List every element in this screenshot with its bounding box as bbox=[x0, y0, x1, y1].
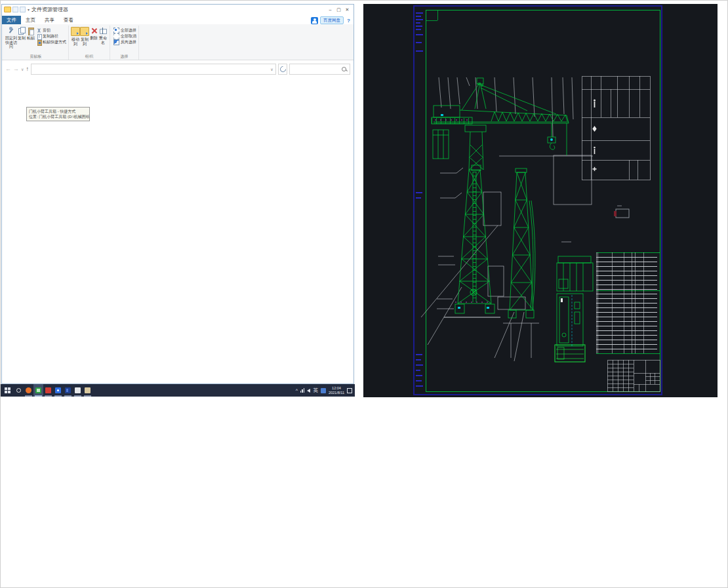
system-tray: ^ 英 12:04 2021/8/11 bbox=[296, 384, 355, 397]
refresh-icon bbox=[279, 65, 287, 73]
up-icon[interactable]: ↑ bbox=[26, 66, 29, 72]
quick-access-button-2[interactable] bbox=[20, 7, 26, 12]
paste-icon bbox=[27, 27, 35, 35]
select-none-icon bbox=[113, 33, 119, 39]
base-detail bbox=[555, 345, 585, 362]
shortcut-tooltip: 门机小臂工具箱 - 快捷方式 位置: 门机小臂工具箱 (D:\机械图纸\门机小臂… bbox=[26, 107, 90, 121]
tray-app-icon[interactable] bbox=[321, 388, 326, 393]
maximize-button[interactable]: ▢ bbox=[334, 5, 343, 14]
ribbon: 固定到快速访问 复制 粘贴 剪切 bbox=[2, 24, 354, 60]
desktop: ▾ 文件资源管理器 – ▢ ✕ 文件 主页 共享 查看 百度网盘 ? bbox=[0, 0, 728, 588]
taskbar-app-word[interactable] bbox=[63, 384, 73, 397]
taskbar-app-gray[interactable] bbox=[73, 384, 83, 397]
address-bar[interactable]: ∨ bbox=[31, 64, 276, 75]
select-group-label: 选择 bbox=[112, 54, 136, 60]
select-all-button[interactable]: 全部选择 bbox=[113, 28, 136, 33]
pin-to-quick-access-button[interactable]: 固定到快速访问 bbox=[5, 26, 17, 49]
tab-share[interactable]: 共享 bbox=[40, 16, 59, 24]
tab-home[interactable]: 主页 bbox=[21, 16, 40, 24]
ribbon-group-clipboard: 固定到快速访问 复制 粘贴 剪切 bbox=[3, 26, 69, 60]
netdisk-icon[interactable] bbox=[311, 17, 318, 24]
word-icon bbox=[65, 387, 71, 393]
copy-icon bbox=[18, 27, 26, 35]
forward-icon[interactable]: → bbox=[13, 66, 19, 72]
tooltip-line2: 位置: 门机小臂工具箱 (D:\机械图纸\门机小臂gqjngjx (3) bbox=[29, 114, 87, 119]
tooltip-line1: 门机小臂工具箱 - 快捷方式 bbox=[29, 109, 87, 114]
ime-indicator[interactable]: 英 bbox=[313, 387, 318, 394]
table-figure-glyphs bbox=[592, 100, 596, 171]
quick-access-button-1[interactable] bbox=[12, 7, 18, 12]
parts-list-table bbox=[596, 252, 660, 353]
blue-app-icon bbox=[55, 387, 61, 393]
close-button[interactable]: ✕ bbox=[343, 5, 352, 14]
cad-viewer[interactable] bbox=[363, 4, 718, 397]
cut-button[interactable]: 剪切 bbox=[37, 28, 66, 33]
taskbar-app-firefox[interactable] bbox=[24, 384, 33, 397]
copy-to-button[interactable]: 复制到 bbox=[80, 26, 89, 46]
tab-file[interactable]: 文件 bbox=[2, 16, 21, 24]
paste-shortcut-icon bbox=[37, 40, 41, 45]
volume-icon[interactable] bbox=[307, 389, 310, 393]
taskbar-app-blue[interactable] bbox=[53, 384, 63, 397]
paste-shortcut-button[interactable]: 粘贴快捷方式 bbox=[37, 39, 66, 45]
ribbon-group-organize: 移动到 复制到 删除 重命名 组织 bbox=[69, 26, 110, 60]
rename-button[interactable]: 重命名 bbox=[98, 26, 108, 45]
red-app-icon bbox=[45, 387, 51, 393]
netdisk-button[interactable]: 百度网盘 bbox=[320, 16, 344, 24]
refresh-button[interactable] bbox=[278, 64, 287, 75]
gray-app-icon bbox=[75, 387, 81, 393]
move-to-button[interactable]: 移动到 bbox=[71, 26, 80, 46]
titlebar[interactable]: ▾ 文件资源管理器 – ▢ ✕ bbox=[2, 5, 354, 14]
select-all-icon bbox=[113, 28, 119, 33]
title-block bbox=[607, 360, 660, 391]
delete-button[interactable]: 删除 bbox=[89, 26, 98, 41]
invert-selection-icon bbox=[113, 39, 119, 45]
ribbon-group-select: 全部选择 全部取消 反向选择 选择 bbox=[110, 26, 139, 60]
clock-date: 2021/8/11 bbox=[329, 391, 344, 395]
taskbar: ^ 英 12:04 2021/8/11 bbox=[1, 384, 355, 397]
select-none-button[interactable]: 全部取消 bbox=[113, 33, 136, 39]
margin-annotations bbox=[416, 12, 423, 387]
copy-path-button[interactable]: 复制路径 bbox=[37, 33, 66, 39]
taskbar-app-cad[interactable] bbox=[33, 384, 43, 397]
copy-to-icon bbox=[80, 27, 89, 36]
pin-icon bbox=[7, 27, 15, 35]
taskbar-app-search[interactable] bbox=[14, 384, 24, 397]
paste-button[interactable]: 粘贴 bbox=[26, 26, 35, 41]
taskbar-app-files[interactable] bbox=[83, 384, 92, 397]
window-controls: – ▢ ✕ bbox=[326, 5, 352, 14]
organize-group-label: 组织 bbox=[71, 54, 108, 60]
clipboard-group-label: 剪贴板 bbox=[5, 54, 66, 60]
network-icon[interactable] bbox=[300, 388, 305, 393]
minimize-button[interactable]: – bbox=[326, 5, 334, 14]
search-app-icon bbox=[16, 388, 21, 393]
action-center-icon[interactable] bbox=[347, 388, 352, 393]
firefox-icon bbox=[26, 387, 31, 393]
windows-logo-icon bbox=[5, 387, 10, 393]
parameter-table bbox=[582, 76, 650, 180]
taskbar-app-red[interactable] bbox=[43, 384, 53, 397]
navigation-bar: ← → ∨ ↑ ∨ bbox=[2, 60, 354, 77]
delete-icon bbox=[90, 27, 98, 35]
ribbon-tabs: 文件 主页 共享 查看 百度网盘 ? bbox=[2, 14, 354, 24]
address-dropdown-icon[interactable]: ∨ bbox=[268, 67, 275, 71]
back-icon[interactable]: ← bbox=[5, 66, 11, 72]
rename-icon bbox=[99, 27, 107, 35]
cut-icon bbox=[37, 28, 41, 33]
cad-drawing bbox=[363, 4, 718, 397]
start-button[interactable] bbox=[1, 384, 14, 397]
cad-app-icon bbox=[35, 387, 41, 393]
tab-view[interactable]: 查看 bbox=[59, 16, 78, 24]
copy-button[interactable]: 复制 bbox=[17, 26, 26, 41]
taskbar-clock[interactable]: 12:04 2021/8/11 bbox=[329, 386, 344, 395]
copy-path-icon bbox=[37, 34, 41, 39]
window-folder-icon bbox=[4, 7, 11, 12]
move-to-icon bbox=[71, 27, 80, 36]
file-manager-icon bbox=[85, 387, 91, 393]
help-icon[interactable]: ? bbox=[346, 18, 352, 24]
invert-selection-button[interactable]: 反向选择 bbox=[113, 39, 136, 45]
search-input[interactable] bbox=[289, 64, 350, 75]
tray-expand-icon[interactable]: ^ bbox=[296, 388, 298, 393]
file-list-area[interactable]: 门机小臂工具箱 - 快捷方式 位置: 门机小臂工具箱 (D:\机械图纸\门机小臂… bbox=[2, 77, 354, 364]
recent-locations-icon[interactable]: ∨ bbox=[21, 67, 24, 71]
